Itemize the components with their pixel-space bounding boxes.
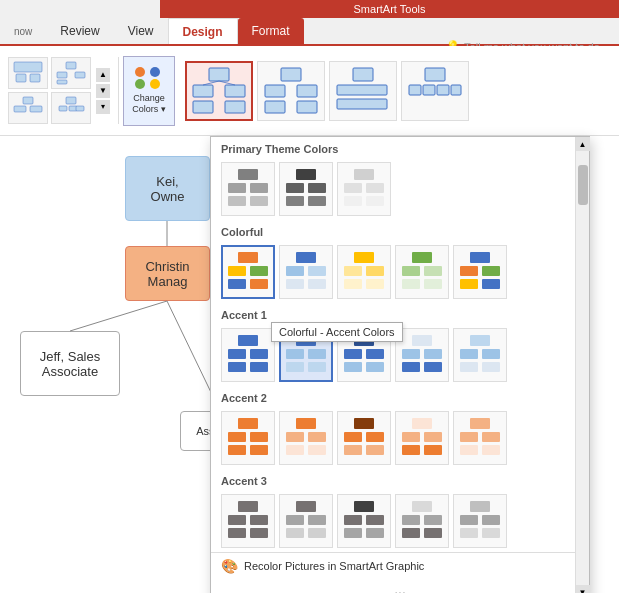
- color-option-cf4[interactable]: [395, 245, 449, 299]
- layout-selected[interactable]: [185, 61, 253, 121]
- svg-rect-83: [286, 349, 304, 359]
- layout-icons-grid: [8, 57, 91, 124]
- svg-rect-71: [424, 279, 442, 289]
- svg-rect-49: [366, 183, 384, 193]
- color-option-a34[interactable]: [395, 494, 449, 548]
- svg-rect-51: [366, 196, 384, 206]
- more-dots[interactable]: ...: [211, 579, 589, 593]
- layout-icon-3[interactable]: [8, 92, 48, 124]
- node-christin[interactable]: ChristinManag: [125, 246, 210, 301]
- scroll-down-arrow[interactable]: ▼: [96, 84, 110, 98]
- tab-view[interactable]: View: [114, 18, 168, 44]
- color-option-a24[interactable]: [395, 411, 449, 465]
- svg-rect-149: [482, 515, 500, 525]
- color-option-a21[interactable]: [221, 411, 275, 465]
- svg-rect-52: [238, 252, 258, 263]
- svg-rect-142: [412, 501, 432, 512]
- svg-rect-16: [225, 85, 245, 97]
- svg-rect-10: [66, 97, 76, 104]
- color-option-cf2[interactable]: [279, 245, 333, 299]
- svg-rect-43: [286, 183, 304, 193]
- layout-option-3[interactable]: [329, 61, 397, 121]
- svg-rect-126: [482, 445, 500, 455]
- svg-rect-151: [482, 528, 500, 538]
- scrollbar-thumb[interactable]: [578, 165, 588, 205]
- svg-rect-104: [250, 432, 268, 442]
- svg-rect-21: [281, 68, 301, 81]
- scroll-expand-arrow[interactable]: ▾: [96, 100, 110, 114]
- scrollbar-up-btn[interactable]: ▲: [576, 137, 590, 151]
- tab-now[interactable]: now: [0, 18, 46, 44]
- svg-rect-44: [308, 183, 326, 193]
- svg-rect-1: [16, 74, 26, 82]
- tab-design[interactable]: Design: [168, 18, 238, 44]
- svg-rect-129: [250, 515, 268, 525]
- color-option-a32[interactable]: [279, 494, 333, 548]
- svg-rect-50: [344, 196, 362, 206]
- svg-rect-101: [482, 362, 500, 372]
- tab-review[interactable]: Review: [46, 18, 113, 44]
- color-option-a15[interactable]: [453, 328, 507, 382]
- color-option-cf3[interactable]: [337, 245, 391, 299]
- svg-rect-39: [250, 183, 268, 193]
- svg-rect-114: [366, 432, 384, 442]
- svg-rect-90: [344, 362, 362, 372]
- svg-rect-78: [228, 349, 246, 359]
- color-option-a14[interactable]: [395, 328, 449, 382]
- svg-rect-122: [470, 418, 490, 429]
- dropdown-scrollbar: ▲ ▼: [575, 137, 589, 593]
- layout-icon-2[interactable]: [51, 57, 91, 89]
- svg-rect-110: [286, 445, 304, 455]
- svg-rect-77: [238, 335, 258, 346]
- svg-rect-143: [402, 515, 420, 525]
- svg-rect-147: [470, 501, 490, 512]
- svg-rect-70: [402, 279, 420, 289]
- svg-rect-7: [23, 97, 33, 104]
- svg-rect-86: [308, 362, 326, 372]
- svg-rect-150: [460, 528, 478, 538]
- color-dots-icon: [135, 67, 163, 89]
- color-option-a11[interactable]: [221, 328, 275, 382]
- svg-rect-91: [366, 362, 384, 372]
- color-option-a33[interactable]: [337, 494, 391, 548]
- svg-rect-24: [265, 101, 285, 113]
- layout-option-4[interactable]: [401, 61, 469, 121]
- recolor-pictures-option[interactable]: 🎨 Recolor Pictures in SmartArt Graphic: [211, 552, 589, 579]
- color-option-pt2[interactable]: [279, 162, 333, 216]
- color-option-a31[interactable]: [221, 494, 275, 548]
- svg-rect-145: [402, 528, 420, 538]
- color-option-pt1[interactable]: [221, 162, 275, 216]
- color-option-pt3[interactable]: [337, 162, 391, 216]
- svg-rect-121: [424, 445, 442, 455]
- color-option-cf1[interactable]: [221, 245, 275, 299]
- section-accent3-header: Accent 3: [211, 469, 589, 490]
- svg-rect-117: [412, 418, 432, 429]
- svg-rect-74: [482, 266, 500, 276]
- color-option-a23[interactable]: [337, 411, 391, 465]
- change-colors-button[interactable]: ChangeColors ▾: [123, 56, 175, 126]
- svg-rect-111: [308, 445, 326, 455]
- accent2-row: [211, 407, 589, 469]
- scrollbar-down-btn[interactable]: ▼: [576, 585, 590, 593]
- scroll-up-arrow[interactable]: ▲: [96, 68, 110, 82]
- node-kei[interactable]: Kei,Owne: [125, 156, 210, 221]
- layout-option-2[interactable]: [257, 61, 325, 121]
- svg-rect-103: [228, 432, 246, 442]
- svg-rect-144: [424, 515, 442, 525]
- svg-rect-102: [238, 418, 258, 429]
- svg-rect-64: [366, 266, 384, 276]
- svg-rect-134: [308, 515, 326, 525]
- color-option-a35[interactable]: [453, 494, 507, 548]
- svg-rect-22: [265, 85, 285, 97]
- color-option-a22[interactable]: [279, 411, 333, 465]
- layout-icon-1[interactable]: [8, 57, 48, 89]
- color-option-cf5[interactable]: [453, 245, 507, 299]
- tab-format[interactable]: Format: [238, 18, 304, 44]
- color-option-a25[interactable]: [453, 411, 507, 465]
- svg-rect-99: [482, 349, 500, 359]
- node-jeff[interactable]: Jeff, SalesAssociate: [20, 331, 120, 396]
- svg-rect-41: [250, 196, 268, 206]
- svg-rect-27: [337, 85, 387, 95]
- layout-icon-4[interactable]: [51, 92, 91, 124]
- svg-rect-67: [412, 252, 432, 263]
